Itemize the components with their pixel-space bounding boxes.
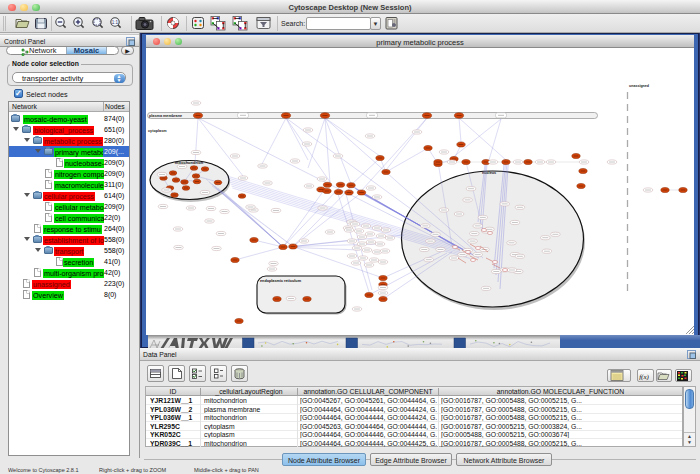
svg-text:endoplasmic reticulum: endoplasmic reticulum [260, 279, 302, 283]
svg-text:f(x): f(x) [639, 373, 649, 381]
svg-text:plasma membrane: plasma membrane [149, 114, 182, 118]
svg-text:mitochondrion: mitochondrion [175, 160, 204, 165]
svg-text:unassigned: unassigned [629, 84, 649, 88]
svg-text:cytoplasm: cytoplasm [148, 129, 167, 133]
svg-text:1:1: 1:1 [112, 20, 119, 25]
